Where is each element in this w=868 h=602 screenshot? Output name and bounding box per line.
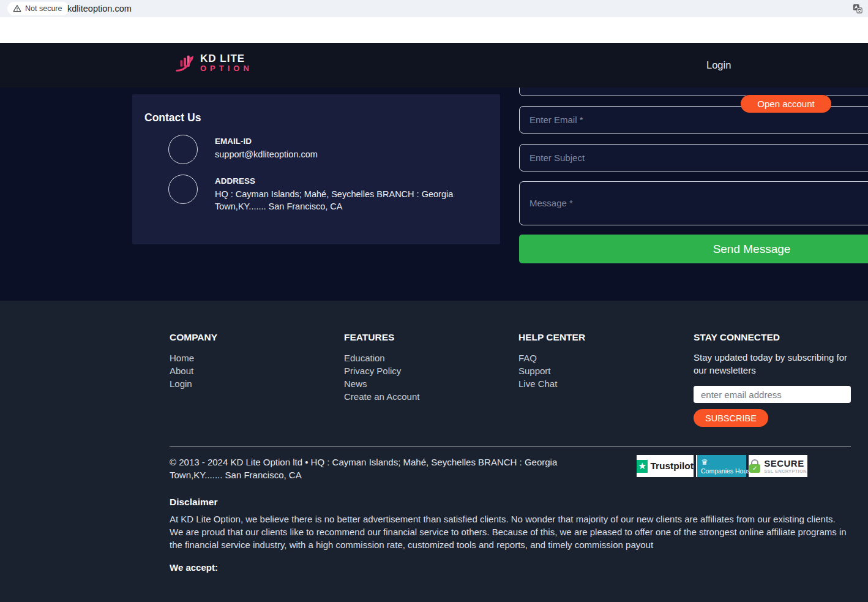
footer-link-login[interactable]: Login [170,377,217,390]
send-message-button[interactable]: Send Message [519,235,868,263]
padlock-icon: ✓ [749,459,760,473]
trustpilot-star-icon: ★ [637,460,648,473]
footer-column-title: FEATURES [344,332,419,343]
footer-column-title: HELP CENTER [518,332,585,343]
contact-section: Contact Us EMAIL-ID support@kdliteoption… [0,88,868,301]
copyright-text: © 2013 - 2024 KD Lite Option ltd • HQ : … [170,456,598,481]
site-header: KD LITE OPTION Login Open account [0,43,868,88]
trustpilot-label: Trustpilot [650,461,694,472]
email-icon [168,135,198,164]
page-top-whitespace [0,17,868,43]
translate-icon[interactable] [852,3,863,14]
not-secure-chip[interactable]: Not secure [7,2,69,15]
footer-link-education[interactable]: Education [344,352,419,364]
secure-label: SECURE [764,459,807,468]
subject-input[interactable] [519,144,868,171]
footer: COMPANY Home About Login FEATURES Educat… [0,301,868,602]
trustpilot-badge: ★ Trustpilot [637,455,694,477]
footer-column-company: COMPANY Home About Login [170,332,217,390]
footer-link-news[interactable]: News [344,377,419,390]
disclaimer-text: At KD Lite Option, we believe there is n… [170,513,849,551]
companies-house-badge: ♛ Companies House [696,455,746,477]
newsletter-email-input[interactable] [694,386,851,403]
contact-address-item: ADDRESS HQ : Cayman Islands; Mahé, Seych… [168,175,484,213]
browser-address-bar[interactable]: Not secure kdliteoption.com [0,0,868,17]
footer-link-faq[interactable]: FAQ [518,352,585,364]
disclaimer-title: Disclaimer [170,497,217,508]
footer-column-stay-connected: STAY CONNECTED Stay updated today by sub… [694,332,853,427]
footer-link-about[interactable]: About [170,364,217,377]
contact-title: Contact Us [144,111,201,124]
companies-house-label: Companies House [701,467,754,475]
logo-chart-icon [174,51,198,75]
crown-icon: ♛ [701,458,708,466]
footer-column-title: STAY CONNECTED [694,332,853,343]
footer-link-support[interactable]: Support [518,364,585,377]
site-logo[interactable]: KD LITE OPTION [174,51,253,75]
contact-card: Contact Us EMAIL-ID support@kdliteoption… [132,94,500,244]
ssl-secure-badge: ✓ SECURE SSL ENCRYPTION [749,455,807,477]
footer-link-live-chat[interactable]: Live Chat [518,377,585,390]
footer-column-features: FEATURES Education Privacy Policy News C… [344,332,419,403]
open-account-button[interactable]: Open account [741,95,831,113]
contact-email-item: EMAIL-ID support@kdliteoption.com [168,135,484,164]
email-value: support@kdliteoption.com [215,149,484,161]
footer-link-create-account[interactable]: Create an Account [344,390,419,403]
logo-text-line1: KD LITE [200,53,253,65]
address-label: ADDRESS [215,176,484,186]
not-secure-label: Not secure [25,4,62,13]
footer-divider [170,446,851,446]
ssl-encryption-label: SSL ENCRYPTION [764,469,807,474]
trust-badges: ★ Trustpilot ♛ Companies House ✓ SECURE … [637,455,807,477]
address-value: HQ : Cayman Islands; Mahé, Seychelles BR… [215,189,484,213]
logo-text-line2: OPTION [200,64,253,73]
newsletter-text: Stay updated today by subscribing for ou… [694,351,853,377]
we-accept-label: We accept: [170,562,218,573]
login-link[interactable]: Login [706,43,731,88]
warning-icon [13,4,21,13]
footer-column-help-center: HELP CENTER FAQ Support Live Chat [518,332,585,390]
message-textarea[interactable] [519,181,868,225]
email-label: EMAIL-ID [215,137,484,146]
footer-link-home[interactable]: Home [170,352,217,364]
footer-link-privacy-policy[interactable]: Privacy Policy [344,364,419,377]
url-text[interactable]: kdliteoption.com [67,0,132,17]
address-icon [168,175,198,204]
subscribe-button[interactable]: SUBSCRIBE [694,409,768,427]
footer-column-title: COMPANY [170,332,217,343]
